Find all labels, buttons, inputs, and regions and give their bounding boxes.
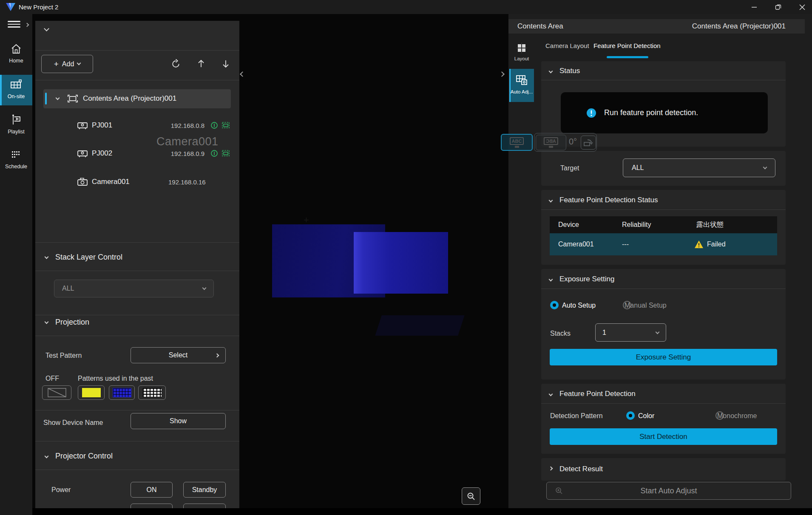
panel-collapse-chevron[interactable] bbox=[44, 26, 49, 31]
projector-control-title: Projector Control bbox=[55, 452, 113, 461]
start-auto-adjust-button[interactable]: Start Auto Adjust bbox=[546, 482, 791, 500]
auto-adjust-tab-icon bbox=[515, 74, 528, 87]
target-label: Target bbox=[560, 164, 579, 172]
device-ip: 192.168.0.16 bbox=[168, 178, 204, 186]
arrow-down-icon bbox=[221, 59, 231, 69]
bottom-edge bbox=[32, 508, 812, 515]
hamburger-menu-button[interactable] bbox=[8, 19, 20, 29]
app-logo bbox=[5, 2, 16, 12]
stack-layer-collapse-chevron[interactable] bbox=[45, 255, 49, 259]
rotate-view-button[interactable] bbox=[581, 136, 596, 150]
tab-feature-point-detection[interactable]: Feature Point Detection bbox=[593, 42, 661, 49]
right-panel-collapse-handle[interactable] bbox=[500, 72, 504, 76]
stacks-dropdown[interactable]: 1 bbox=[595, 323, 666, 342]
info-icon bbox=[586, 108, 596, 118]
auto-adjust-icon-box bbox=[547, 482, 571, 499]
minimize-icon bbox=[751, 4, 757, 10]
color-label: Color bbox=[638, 412, 654, 420]
detect-result-card[interactable]: Detect Result bbox=[541, 458, 786, 481]
restore-button[interactable] bbox=[768, 0, 788, 14]
vertical-tab-layout[interactable]: Layout bbox=[509, 40, 534, 64]
monochrome-label: Monochrome bbox=[717, 412, 757, 420]
tree-item-camera001[interactable]: Camera001 192.168.0.16 bbox=[35, 173, 239, 192]
cell-exposure-state: Failed bbox=[707, 241, 726, 248]
sidebar-item-playlist[interactable]: Playlist bbox=[0, 111, 32, 140]
vertical-tab-label: Auto Adj... bbox=[509, 89, 534, 94]
calibration-cross-marker: + bbox=[304, 215, 309, 226]
exposure-setting-button[interactable]: Exposure Setting bbox=[550, 349, 777, 365]
table-header-row: Device Reliability 露出状態 bbox=[550, 216, 777, 233]
minimize-button[interactable] bbox=[744, 0, 764, 14]
plus-icon: + bbox=[54, 59, 59, 69]
pattern-thumb-blue-grid[interactable] bbox=[109, 385, 135, 400]
projector-control-collapse-chevron[interactable] bbox=[45, 454, 49, 458]
yellow-pattern-swatch bbox=[82, 388, 101, 397]
refresh-icon bbox=[170, 59, 181, 69]
stack-layer-dropdown[interactable]: ALL bbox=[54, 280, 214, 297]
divider bbox=[541, 289, 786, 289]
nav-expand-chevron[interactable] bbox=[25, 23, 29, 27]
sidebar-item-home[interactable]: Home bbox=[0, 40, 32, 68]
front-projection-button[interactable]: ABC bbox=[501, 134, 533, 151]
power-standby-button[interactable]: Standby bbox=[183, 482, 226, 498]
projection-direction-toolbar: ABC ABC 0° bbox=[500, 133, 598, 152]
chevron-down-icon bbox=[77, 61, 81, 65]
rear-projection-button[interactable]: ABC bbox=[536, 135, 566, 150]
tree-expand-chevron[interactable] bbox=[56, 96, 60, 100]
clipped-button[interactable] bbox=[183, 504, 226, 508]
table-row[interactable]: Camera001 --- Failed bbox=[550, 233, 777, 255]
sidebar-item-on-site[interactable]: On-site bbox=[0, 75, 32, 105]
target-value: ALL bbox=[632, 164, 644, 172]
sidebar-item-schedule[interactable]: Schedule bbox=[0, 146, 32, 175]
refresh-button[interactable] bbox=[170, 59, 181, 71]
status-message: Run feature point detection. bbox=[604, 108, 698, 117]
pattern-thumb-off[interactable] bbox=[42, 385, 71, 400]
test-pattern-select-button[interactable]: Select bbox=[131, 347, 226, 363]
pattern-off-icon bbox=[48, 388, 66, 397]
stack-layer-value: ALL bbox=[62, 285, 74, 292]
move-up-button[interactable] bbox=[196, 59, 206, 71]
divider bbox=[35, 315, 239, 315]
move-down-button[interactable] bbox=[221, 59, 231, 71]
zoom-out-button[interactable] bbox=[462, 487, 480, 505]
projector-icon bbox=[77, 120, 88, 131]
power-on-button[interactable]: ON bbox=[131, 482, 173, 498]
device-screen-status-icon bbox=[221, 122, 230, 129]
device-ip: 192.168.0.8 bbox=[168, 122, 204, 129]
home-icon bbox=[10, 43, 22, 55]
start-detection-button[interactable]: Start Detection bbox=[550, 428, 777, 445]
status-collapse-chevron[interactable] bbox=[549, 69, 553, 74]
show-button-label: Show bbox=[170, 417, 187, 425]
divider bbox=[35, 80, 239, 80]
vertical-tab-auto-adjust[interactable]: Auto Adj... bbox=[509, 69, 534, 102]
clipped-button[interactable] bbox=[131, 504, 173, 508]
close-button[interactable] bbox=[792, 0, 812, 14]
color-radio[interactable] bbox=[626, 411, 635, 420]
detection-status-collapse-chevron[interactable] bbox=[549, 198, 553, 203]
column-device: Device bbox=[558, 221, 622, 229]
tree-item-pj001[interactable]: PJ001 192.168.0.8 bbox=[35, 116, 239, 135]
device-ip: 192.168.0.9 bbox=[168, 150, 204, 157]
auto-setup-radio[interactable] bbox=[550, 301, 559, 309]
pattern-thumb-yellow[interactable] bbox=[78, 385, 105, 400]
tree-item-contents-area[interactable]: Contents Area (Projector)001 bbox=[43, 89, 231, 108]
target-dropdown[interactable]: ALL bbox=[623, 158, 775, 177]
exposure-collapse-chevron[interactable] bbox=[549, 277, 553, 282]
divider bbox=[541, 209, 786, 210]
power-label: Power bbox=[51, 486, 71, 494]
projection-image-right bbox=[354, 232, 448, 294]
fpd-collapse-chevron[interactable] bbox=[549, 392, 553, 396]
chevron-down-icon bbox=[763, 165, 767, 170]
add-device-button[interactable]: + Add bbox=[41, 55, 93, 73]
selected-indicator bbox=[509, 69, 511, 102]
nav-rail: Home On-site Playlist bbox=[0, 14, 32, 515]
device-name: PJ001 bbox=[92, 121, 112, 130]
tab-camera-layout[interactable]: Camera Layout bbox=[545, 42, 589, 49]
pattern-thumb-white-grid[interactable] bbox=[138, 385, 166, 400]
left-panel-collapse-handle[interactable] bbox=[241, 72, 244, 76]
white-grid-pattern-swatch bbox=[143, 388, 162, 397]
projection-collapse-chevron[interactable] bbox=[45, 320, 49, 324]
patterns-used-label: Patterns used in the past bbox=[78, 375, 153, 382]
show-device-name-button[interactable]: Show bbox=[131, 413, 226, 429]
detect-result-expand-chevron[interactable] bbox=[549, 467, 553, 471]
